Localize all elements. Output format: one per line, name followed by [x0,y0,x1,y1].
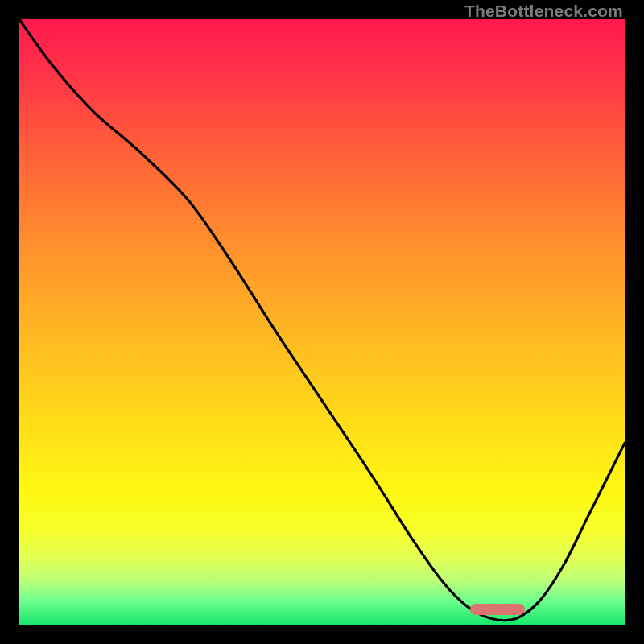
chart-frame: TheBottleneck.com [0,0,644,644]
watermark-text: TheBottleneck.com [464,2,623,21]
bottleneck-curve [19,19,625,625]
curve-path [19,19,625,621]
optimal-range-marker [470,604,525,615]
